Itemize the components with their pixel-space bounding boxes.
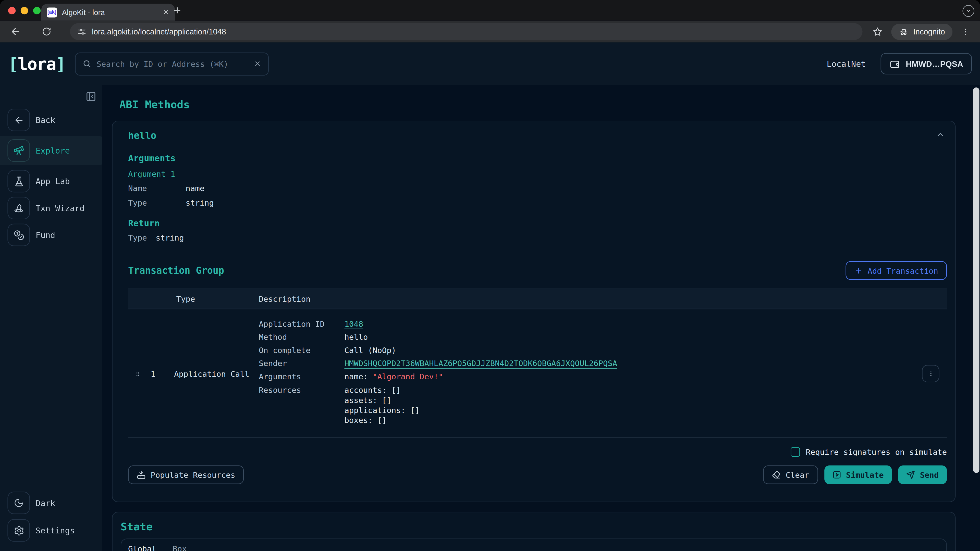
page-title: ABI Methods (119, 98, 956, 110)
abi-method-card: hello Arguments Argument 1 Name name Typ… (112, 121, 956, 503)
flask-icon (7, 170, 30, 192)
populate-resources-button[interactable]: Populate Resources (128, 465, 244, 484)
url-text: lora.algokit.io/localnet/application/104… (92, 27, 226, 36)
lora-logo[interactable]: [lora] (8, 54, 65, 73)
require-signatures-label: Require signatures on simulate (806, 448, 947, 457)
field-label: On complete (259, 345, 345, 356)
field-value: Call (NoOp) (344, 345, 396, 356)
sidebar-collapse-icon[interactable] (86, 91, 97, 102)
send-icon (906, 471, 915, 479)
sidebar-item-fund[interactable]: Fund (0, 224, 102, 245)
wizard-hat-icon (7, 197, 30, 219)
transaction-group-title: Transaction Group (128, 265, 224, 276)
search-placeholder: Search by ID or Address (⌘K) (97, 59, 248, 68)
state-heading: State (121, 520, 947, 533)
arguments-heading: Arguments (128, 153, 947, 163)
field-value: hello (344, 332, 368, 343)
sidebar-item-explore[interactable]: Explore (0, 136, 106, 165)
gear-icon (7, 519, 30, 541)
tab-favicon: [ak] (47, 7, 57, 17)
close-window-button[interactable] (8, 6, 16, 14)
row-value: name (186, 184, 204, 193)
row-label: Name (128, 184, 186, 193)
resource-boxes: boxes: [] (344, 416, 420, 426)
search-input[interactable]: Search by ID or Address (⌘K) (75, 52, 269, 75)
tab-global[interactable]: Global (124, 545, 161, 551)
resource-applications: applications: [] (344, 406, 420, 416)
zoom-window-button[interactable] (33, 6, 41, 14)
sidebar-item-back[interactable]: Back (0, 110, 102, 130)
field-method: Method hello (259, 332, 947, 343)
coins-icon (7, 224, 30, 246)
sender-address-link[interactable]: HMWDSHQCOPD2T36WBAHLAZ6PO5GDJJZBN4D2TODK… (344, 359, 617, 369)
app-header: [lora] Search by ID or Address (⌘K) Loca… (0, 43, 980, 85)
screen: [ak] AlgoKit - lora lora.algokit.io/loca… (0, 0, 980, 551)
field-label: Sender (259, 359, 345, 369)
search-icon (82, 59, 91, 68)
address-bar[interactable]: lora.algokit.io/localnet/application/104… (70, 23, 862, 40)
sidebar-footer: Dark Settings (0, 492, 102, 551)
state-card: State Global Box (112, 512, 956, 551)
sidebar-item-label: Txn Wizard (36, 203, 85, 213)
site-settings-icon[interactable] (78, 27, 86, 36)
tab-box[interactable]: Box (168, 545, 191, 551)
sidebar-item-label: Back (36, 115, 56, 125)
main-content: ABI Methods hello Arguments Argument 1 N… (102, 85, 980, 551)
tab-close-icon[interactable] (162, 9, 169, 16)
minimize-window-button[interactable] (21, 6, 28, 14)
field-sender: Sender HMWDSHQCOPD2T36WBAHLAZ6PO5GDJJZBN… (259, 359, 947, 369)
resources-list: accounts: [] assets: [] applications: []… (344, 385, 420, 426)
return-type-row: Type string (128, 233, 947, 242)
field-label: Method (259, 332, 345, 343)
sidebar-item-txn-wizard[interactable]: Txn Wizard (0, 197, 102, 219)
state-tabs-panel: Global Box (121, 538, 947, 551)
field-arguments: Arguments name: "Algorand Dev!" (259, 372, 947, 382)
application-id-link[interactable]: 1048 (344, 319, 363, 329)
search-clear-icon[interactable] (253, 60, 261, 67)
arrow-left-icon (7, 109, 30, 131)
clear-button[interactable]: Clear (763, 465, 818, 484)
field-label: Arguments (259, 372, 345, 382)
sidebar-item-app-lab[interactable]: App Lab (0, 171, 102, 192)
wallet-button[interactable]: HMWD…PQSA (881, 53, 972, 74)
wallet-icon (890, 59, 900, 69)
row-menu-button[interactable] (922, 365, 939, 382)
bookmark-star-icon[interactable] (873, 27, 883, 37)
column-header-type: Type (128, 294, 259, 303)
browser-tab[interactable]: [ak] AlgoKit - lora (41, 4, 175, 21)
network-label[interactable]: LocalNet (827, 59, 865, 68)
browser-menu-icon[interactable] (961, 27, 970, 36)
transaction-actions: Populate Resources Clear (121, 465, 947, 502)
populate-resources-icon (137, 471, 145, 479)
require-signatures-checkbox[interactable] (791, 448, 800, 457)
window-controls (8, 6, 41, 14)
sidebar-nav: Back Explore App Lab (0, 110, 102, 246)
sidebar-item-label: Explore (36, 146, 70, 156)
table-row: 1 Application Call Application ID 1048 M… (128, 309, 947, 438)
row-label: Type (128, 199, 186, 207)
transaction-type: Application Call (174, 369, 249, 379)
reload-icon[interactable] (42, 27, 51, 36)
add-transaction-button[interactable]: Add Transaction (846, 261, 947, 280)
back-icon[interactable] (10, 26, 21, 37)
tab-search-button[interactable] (963, 5, 974, 17)
plus-icon (854, 266, 862, 275)
moon-icon (7, 492, 30, 514)
chevron-up-icon[interactable] (935, 130, 945, 139)
field-label: Application ID (259, 319, 345, 329)
page-scrollbar-thumb[interactable] (973, 87, 979, 473)
row-value: string (186, 199, 214, 207)
sidebar-item-settings[interactable]: Settings (0, 520, 102, 541)
state-tabs: Global Box (121, 539, 946, 551)
resource-accounts: accounts: [] (344, 385, 420, 395)
transaction-table: Type Description 1 Application Call (128, 289, 947, 438)
new-tab-button[interactable] (172, 6, 182, 15)
sidebar-item-theme-dark[interactable]: Dark (0, 492, 102, 513)
send-button[interactable]: Send (898, 465, 947, 484)
simulate-button[interactable]: Simulate (824, 465, 892, 484)
row-label: Type (128, 233, 147, 242)
drag-handle-icon[interactable] (135, 369, 142, 379)
transaction-group-header: Transaction Group Add Transaction (128, 261, 947, 280)
sidebar-item-label: Settings (36, 526, 75, 535)
resource-assets: assets: [] (344, 395, 420, 406)
